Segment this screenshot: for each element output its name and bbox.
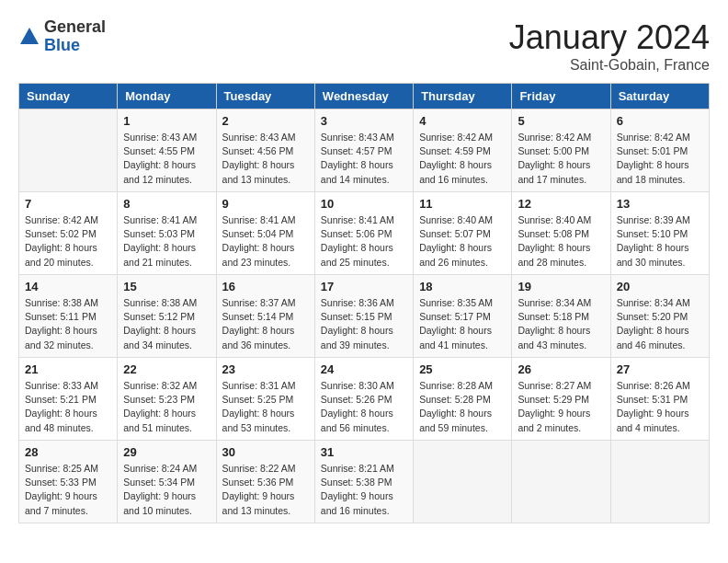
day-number: 26 [518,362,604,376]
day-detail: Sunrise: 8:35 AM Sunset: 5:17 PM Dayligh… [419,296,506,352]
day-number: 9 [222,197,309,211]
logo-icon [18,26,40,48]
svg-marker-0 [20,28,39,44]
day-detail: Sunrise: 8:40 AM Sunset: 5:07 PM Dayligh… [419,213,506,270]
day-number: 16 [222,280,309,293]
day-detail: Sunrise: 8:21 AM Sunset: 5:38 PM Dayligh… [321,462,407,518]
calendar-week-3: 14Sunrise: 8:38 AM Sunset: 5:11 PM Dayli… [19,275,710,358]
day-detail: Sunrise: 8:38 AM Sunset: 5:11 PM Dayligh… [25,296,111,352]
day-number: 12 [518,197,604,211]
calendar-cell: 7Sunrise: 8:42 AM Sunset: 5:02 PM Daylig… [19,192,118,275]
calendar-cell: 24Sunrise: 8:30 AM Sunset: 5:26 PM Dayli… [314,358,413,441]
day-number: 24 [321,362,407,376]
calendar-cell: 18Sunrise: 8:35 AM Sunset: 5:17 PM Dayli… [414,275,512,358]
calendar-cell: 2Sunrise: 8:43 AM Sunset: 4:56 PM Daylig… [216,109,314,192]
header: General Blue January 2024 Saint-Gobain, … [18,18,710,74]
calendar-cell: 14Sunrise: 8:38 AM Sunset: 5:11 PM Dayli… [19,275,118,358]
day-number: 22 [123,362,210,376]
day-detail: Sunrise: 8:25 AM Sunset: 5:33 PM Dayligh… [25,462,111,518]
day-detail: Sunrise: 8:36 AM Sunset: 5:15 PM Dayligh… [321,296,407,352]
logo-general-text: General [44,17,106,36]
calendar-cell: 20Sunrise: 8:34 AM Sunset: 5:20 PM Dayli… [610,275,709,358]
calendar-header: SundayMondayTuesdayWednesdayThursdayFrid… [19,84,710,109]
day-detail: Sunrise: 8:40 AM Sunset: 5:08 PM Dayligh… [518,213,604,270]
calendar-week-5: 28Sunrise: 8:25 AM Sunset: 5:33 PM Dayli… [19,441,710,523]
calendar-cell: 15Sunrise: 8:38 AM Sunset: 5:12 PM Dayli… [118,275,216,358]
day-detail: Sunrise: 8:39 AM Sunset: 5:10 PM Dayligh… [617,213,703,270]
day-number: 2 [222,114,309,128]
calendar-week-2: 7Sunrise: 8:42 AM Sunset: 5:02 PM Daylig… [19,192,710,275]
logo: General Blue [18,18,106,55]
calendar-cell [512,441,610,523]
location-subtitle: Saint-Gobain, France [509,57,710,74]
calendar-cell: 17Sunrise: 8:36 AM Sunset: 5:15 PM Dayli… [314,275,413,358]
day-header-saturday: Saturday [610,84,709,109]
day-header-wednesday: Wednesday [314,84,413,109]
day-number: 7 [25,197,111,211]
calendar-cell: 30Sunrise: 8:22 AM Sunset: 5:36 PM Dayli… [216,441,314,523]
day-number: 10 [321,197,407,211]
day-detail: Sunrise: 8:41 AM Sunset: 5:06 PM Dayligh… [321,213,407,270]
day-header-sunday: Sunday [19,84,118,109]
day-number: 5 [518,114,604,128]
day-detail: Sunrise: 8:31 AM Sunset: 5:25 PM Dayligh… [222,379,309,435]
day-detail: Sunrise: 8:32 AM Sunset: 5:23 PM Dayligh… [123,379,210,435]
day-detail: Sunrise: 8:28 AM Sunset: 5:28 PM Dayligh… [419,379,506,435]
day-number: 14 [25,280,111,293]
calendar-cell: 22Sunrise: 8:32 AM Sunset: 5:23 PM Dayli… [118,358,216,441]
day-header-tuesday: Tuesday [216,84,314,109]
day-detail: Sunrise: 8:38 AM Sunset: 5:12 PM Dayligh… [123,296,210,352]
day-detail: Sunrise: 8:22 AM Sunset: 5:36 PM Dayligh… [222,462,309,518]
calendar-cell: 23Sunrise: 8:31 AM Sunset: 5:25 PM Dayli… [216,358,314,441]
day-number: 1 [123,114,210,128]
day-detail: Sunrise: 8:41 AM Sunset: 5:04 PM Dayligh… [222,213,309,270]
day-header-thursday: Thursday [414,84,512,109]
calendar-cell: 27Sunrise: 8:26 AM Sunset: 5:31 PM Dayli… [610,358,709,441]
day-number: 21 [25,362,111,376]
calendar-cell: 9Sunrise: 8:41 AM Sunset: 5:04 PM Daylig… [216,192,314,275]
day-number: 25 [419,362,506,376]
calendar-cell: 12Sunrise: 8:40 AM Sunset: 5:08 PM Dayli… [512,192,610,275]
calendar-week-4: 21Sunrise: 8:33 AM Sunset: 5:21 PM Dayli… [19,358,710,441]
logo-blue-text: Blue [44,36,80,54]
calendar-cell: 8Sunrise: 8:41 AM Sunset: 5:03 PM Daylig… [118,192,216,275]
day-header-monday: Monday [118,84,216,109]
calendar-cell: 6Sunrise: 8:42 AM Sunset: 5:01 PM Daylig… [610,109,709,192]
title-area: January 2024 Saint-Gobain, France [509,18,710,74]
calendar-cell: 25Sunrise: 8:28 AM Sunset: 5:28 PM Dayli… [414,358,512,441]
day-detail: Sunrise: 8:42 AM Sunset: 5:01 PM Dayligh… [617,131,703,187]
calendar-cell: 4Sunrise: 8:42 AM Sunset: 4:59 PM Daylig… [414,109,512,192]
day-detail: Sunrise: 8:27 AM Sunset: 5:29 PM Dayligh… [518,379,604,435]
day-detail: Sunrise: 8:33 AM Sunset: 5:21 PM Dayligh… [25,379,111,435]
calendar-cell: 19Sunrise: 8:34 AM Sunset: 5:18 PM Dayli… [512,275,610,358]
calendar-cell: 1Sunrise: 8:43 AM Sunset: 4:55 PM Daylig… [118,109,216,192]
day-number: 27 [617,362,703,376]
day-number: 31 [321,445,407,459]
calendar-cell: 26Sunrise: 8:27 AM Sunset: 5:29 PM Dayli… [512,358,610,441]
calendar-cell: 13Sunrise: 8:39 AM Sunset: 5:10 PM Dayli… [610,192,709,275]
day-detail: Sunrise: 8:34 AM Sunset: 5:18 PM Dayligh… [518,296,604,352]
day-number: 18 [419,280,506,293]
day-detail: Sunrise: 8:30 AM Sunset: 5:26 PM Dayligh… [321,379,407,435]
day-detail: Sunrise: 8:41 AM Sunset: 5:03 PM Dayligh… [123,213,210,270]
calendar-cell [610,441,709,523]
day-number: 30 [222,445,309,459]
day-number: 23 [222,362,309,376]
day-number: 8 [123,197,210,211]
calendar-body: 1Sunrise: 8:43 AM Sunset: 4:55 PM Daylig… [19,109,710,523]
day-detail: Sunrise: 8:42 AM Sunset: 5:02 PM Dayligh… [25,213,111,270]
calendar-cell: 10Sunrise: 8:41 AM Sunset: 5:06 PM Dayli… [314,192,413,275]
day-detail: Sunrise: 8:43 AM Sunset: 4:56 PM Dayligh… [222,131,309,187]
calendar-cell: 3Sunrise: 8:43 AM Sunset: 4:57 PM Daylig… [314,109,413,192]
calendar-cell: 11Sunrise: 8:40 AM Sunset: 5:07 PM Dayli… [414,192,512,275]
day-number: 11 [419,197,506,211]
day-detail: Sunrise: 8:43 AM Sunset: 4:55 PM Dayligh… [123,131,210,187]
calendar-cell: 21Sunrise: 8:33 AM Sunset: 5:21 PM Dayli… [19,358,118,441]
day-number: 13 [617,197,703,211]
calendar-cell: 5Sunrise: 8:42 AM Sunset: 5:00 PM Daylig… [512,109,610,192]
day-detail: Sunrise: 8:26 AM Sunset: 5:31 PM Dayligh… [617,379,703,435]
month-title: January 2024 [509,18,710,57]
day-number: 28 [25,445,111,459]
day-detail: Sunrise: 8:34 AM Sunset: 5:20 PM Dayligh… [617,296,703,352]
day-detail: Sunrise: 8:43 AM Sunset: 4:57 PM Dayligh… [321,131,407,187]
